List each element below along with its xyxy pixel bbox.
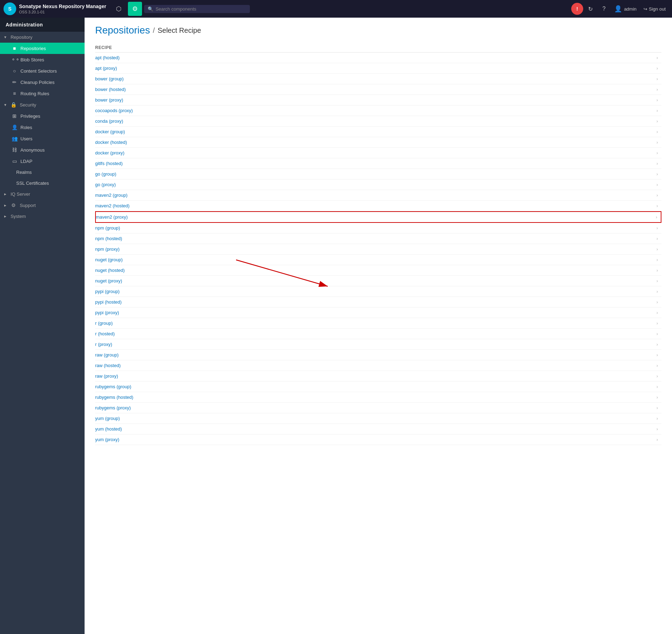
recipe-arrow-icon: › <box>656 279 658 284</box>
recipe-item-maven2-proxy[interactable]: maven2 (proxy)› <box>95 211 661 223</box>
recipe-item-cocoapods-proxy[interactable]: cocoapods (proxy)› <box>95 105 661 116</box>
recipe-item-nuget-hosted[interactable]: nuget (hosted)› <box>95 265 661 276</box>
recipe-label: yum (proxy) <box>95 437 119 442</box>
recipe-list: apt (hosted)›apt (proxy)›bower (group)›b… <box>95 53 661 445</box>
recipe-label: raw (proxy) <box>95 373 118 379</box>
sidebar-item-cleanup-policies[interactable]: ✏ Cleanup Policies <box>0 77 85 88</box>
recipe-arrow-icon: › <box>656 108 658 113</box>
recipe-arrow-icon: › <box>656 300 658 305</box>
recipe-label: bower (hosted) <box>95 87 126 92</box>
recipe-item-maven2-hosted[interactable]: maven2 (hosted)› <box>95 201 661 211</box>
recipe-item-rubygems-group[interactable]: rubygems (group)› <box>95 382 661 392</box>
user-section[interactable]: 👤 admin <box>611 4 639 14</box>
recipe-label: pypi (proxy) <box>95 310 119 315</box>
sidebar-section-system[interactable]: ► System <box>0 211 85 222</box>
sidebar-section-security[interactable]: ▼ 🔒 Security <box>0 99 85 110</box>
recipe-item-pypi-proxy[interactable]: pypi (proxy)› <box>95 307 661 318</box>
sidebar-item-roles[interactable]: 👤 Roles <box>0 122 85 133</box>
sidebar-section-iq-server[interactable]: ► IQ Server <box>0 189 85 200</box>
sidebar-item-label: LDAP <box>20 159 32 164</box>
recipe-arrow-icon: › <box>656 321 658 326</box>
recipe-arrow-icon: › <box>656 226 658 231</box>
recipe-item-npm-proxy[interactable]: npm (proxy)› <box>95 244 661 255</box>
recipe-item-nuget-proxy[interactable]: nuget (proxy)› <box>95 276 661 286</box>
sidebar-section-support[interactable]: ► ⚙ Support <box>0 200 85 211</box>
recipe-item-go-proxy[interactable]: go (proxy)› <box>95 179 661 190</box>
recipe-item-docker-group[interactable]: docker (group)› <box>95 127 661 137</box>
repo-icon: ■ <box>11 45 18 51</box>
sign-out-button[interactable]: ↪ Sign out <box>641 5 668 13</box>
recipe-item-r-hosted[interactable]: r (hosted)› <box>95 329 661 339</box>
recipe-item-r-proxy[interactable]: r (proxy)› <box>95 339 661 350</box>
search-input[interactable] <box>155 6 246 12</box>
brand-text: Sonatype Nexus Repository Manager OSS 3.… <box>19 3 106 14</box>
sidebar-item-anonymous[interactable]: ⛓ Anonymous <box>0 144 85 156</box>
recipe-item-bower-group[interactable]: bower (group)› <box>95 74 661 84</box>
recipe-item-yum-group[interactable]: yum (group)› <box>95 413 661 424</box>
recipe-arrow-icon: › <box>656 151 658 156</box>
recipe-item-bower-hosted[interactable]: bower (hosted)› <box>95 84 661 95</box>
recipe-item-go-group[interactable]: go (group)› <box>95 169 661 179</box>
help-button[interactable]: ? <box>598 3 610 15</box>
sidebar-item-users[interactable]: 👥 Users <box>0 133 85 144</box>
breadcrumb-separator: / <box>153 26 155 35</box>
recipe-item-raw-hosted[interactable]: raw (hosted)› <box>95 360 661 371</box>
recipe-arrow-icon: › <box>656 55 658 60</box>
sidebar-item-content-selectors[interactable]: ○ Content Selectors <box>0 65 85 77</box>
sidebar-item-label: System <box>11 214 26 219</box>
recipe-label: raw (hosted) <box>95 363 121 368</box>
sidebar-item-label: SSL Certificates <box>16 181 49 186</box>
sidebar-item-privileges[interactable]: ⊞ Privileges <box>0 110 85 122</box>
recipe-arrow-icon: › <box>656 257 658 262</box>
recipe-item-gitlfs-hosted[interactable]: gitlfs (hosted)› <box>95 158 661 169</box>
recipe-arrow-icon: › <box>656 98 658 103</box>
recipe-item-pypi-group[interactable]: pypi (group)› <box>95 286 661 297</box>
recipe-item-pypi-hosted[interactable]: pypi (hosted)› <box>95 297 661 307</box>
refresh-button[interactable]: ↻ <box>585 3 597 15</box>
recipe-item-raw-group[interactable]: raw (group)› <box>95 350 661 360</box>
recipe-item-apt-hosted[interactable]: apt (hosted)› <box>95 53 661 63</box>
recipe-label: nuget (group) <box>95 257 123 262</box>
recipe-item-yum-hosted[interactable]: yum (hosted)› <box>95 424 661 434</box>
sidebar-item-label: Anonymous <box>20 147 45 153</box>
alert-button[interactable]: ! <box>571 3 583 15</box>
recipe-item-nuget-group[interactable]: nuget (group)› <box>95 255 661 265</box>
sidebar-item-label: Security <box>20 102 36 108</box>
recipe-arrow-icon: › <box>656 427 658 432</box>
sidebar-item-label: Repositories <box>20 46 46 51</box>
sidebar-item-ssl-certificates[interactable]: SSL Certificates <box>0 178 85 189</box>
recipe-arrow-icon: › <box>656 215 657 220</box>
recipe-item-bower-proxy[interactable]: bower (proxy)› <box>95 95 661 105</box>
ldap-icon: ▭ <box>11 158 18 164</box>
sidebar-item-repositories[interactable]: ■ Repositories <box>0 43 85 54</box>
recipe-item-r-group[interactable]: r (group)› <box>95 318 661 329</box>
sidebar-item-label: Cleanup Policies <box>20 80 55 85</box>
recipe-item-docker-hosted[interactable]: docker (hosted)› <box>95 137 661 148</box>
page-subtitle: Select Recipe <box>158 26 201 35</box>
recipe-arrow-icon: › <box>656 129 658 134</box>
sidebar-item-routing-rules[interactable]: ≡ Routing Rules <box>0 88 85 99</box>
settings-nav-button[interactable]: ⚙ <box>128 2 142 16</box>
brand-logo: S <box>4 2 16 15</box>
refresh-icon: ↻ <box>588 6 593 12</box>
sidebar-item-blob-stores[interactable]: ⚬⚬ Blob Stores <box>0 54 85 65</box>
recipe-item-npm-hosted[interactable]: npm (hosted)› <box>95 233 661 244</box>
recipe-label: nuget (hosted) <box>95 268 125 273</box>
recipe-item-npm-group[interactable]: npm (group)› <box>95 223 661 233</box>
recipe-arrow-icon: › <box>656 77 658 81</box>
recipe-item-maven2-group[interactable]: maven2 (group)› <box>95 190 661 201</box>
cube-nav-button[interactable]: ⬡ <box>112 2 126 16</box>
page-title-row: Repositories / Select Recipe <box>95 25 661 36</box>
recipe-item-yum-proxy[interactable]: yum (proxy)› <box>95 434 661 445</box>
recipe-item-rubygems-hosted[interactable]: rubygems (hosted)› <box>95 392 661 403</box>
navbar: S Sonatype Nexus Repository Manager OSS … <box>0 0 672 18</box>
recipe-item-rubygems-proxy[interactable]: rubygems (proxy)› <box>95 403 661 413</box>
sidebar-item-realms[interactable]: Realms <box>0 167 85 178</box>
chevron-down-icon: ▼ <box>4 35 7 39</box>
recipe-item-raw-proxy[interactable]: raw (proxy)› <box>95 371 661 382</box>
sidebar-section-repository[interactable]: ▼ Repository <box>0 32 85 43</box>
recipe-item-apt-proxy[interactable]: apt (proxy)› <box>95 63 661 74</box>
sidebar-item-ldap[interactable]: ▭ LDAP <box>0 156 85 167</box>
recipe-item-conda-proxy[interactable]: conda (proxy)› <box>95 116 661 127</box>
recipe-item-docker-proxy[interactable]: docker (proxy)› <box>95 148 661 158</box>
